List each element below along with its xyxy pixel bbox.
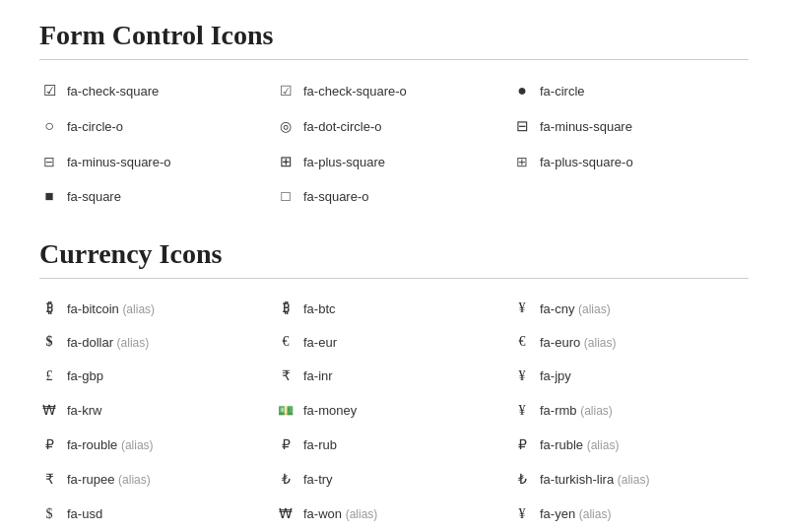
- icon-item-fa-krw: fa-krw: [39, 398, 276, 423]
- icon-item-fa-eur: fa-eur: [276, 330, 512, 354]
- currency-grid: fa-bitcoin (alias) fa-btc fa-cny (alias)…: [39, 297, 749, 526]
- fa-rupee-icon: [39, 471, 59, 488]
- form-control-grid: fa-check-square fa-check-square-o fa-cir…: [39, 78, 749, 209]
- icon-item-fa-usd: fa-usd: [39, 501, 276, 526]
- fa-circle-label: fa-circle: [540, 84, 585, 99]
- icon-item-fa-plus-square: fa-plus-square: [276, 149, 512, 174]
- fa-krw-icon: [39, 402, 59, 419]
- fa-gbp-icon: [39, 368, 59, 384]
- icon-item-fa-dollar: fa-dollar (alias): [39, 330, 276, 354]
- currency-divider: [39, 278, 749, 279]
- fa-inr-icon: [276, 367, 296, 384]
- fa-eur-label: fa-eur: [303, 335, 337, 350]
- fa-ruble-icon: [512, 436, 532, 453]
- fa-usd-label: fa-usd: [67, 506, 102, 521]
- fa-square-label: fa-square: [67, 189, 121, 204]
- fa-circle-o-label: fa-circle-o: [67, 119, 123, 134]
- fa-dot-circle-o-icon: [276, 118, 296, 135]
- page-container: Form Control Icons fa-check-square fa-ch…: [39, 20, 749, 526]
- fa-try-label: fa-try: [303, 472, 333, 487]
- icon-item-fa-won: fa-won (alias): [276, 501, 512, 526]
- fa-bitcoin-label: fa-bitcoin (alias): [67, 301, 155, 316]
- currency-section: Currency Icons fa-bitcoin (alias) fa-btc…: [39, 238, 749, 526]
- currency-title: Currency Icons: [39, 238, 749, 270]
- form-control-divider: [39, 59, 749, 60]
- fa-check-square-o-icon: [276, 83, 296, 100]
- fa-yen-icon: [512, 506, 532, 522]
- fa-square-o-icon: [276, 188, 296, 205]
- fa-check-square-label: fa-check-square: [67, 84, 159, 99]
- icon-item-fa-cny: fa-cny (alias): [512, 297, 749, 320]
- fa-jpy-icon: [512, 368, 532, 384]
- fa-minus-square-icon: [512, 117, 532, 135]
- icon-item-fa-dot-circle-o: fa-dot-circle-o: [276, 113, 512, 139]
- icon-item-fa-turkish-lira: fa-turkish-lira (alias): [512, 467, 749, 492]
- icon-item-fa-check-square-o: fa-check-square-o: [276, 78, 512, 103]
- fa-rouble-icon: [39, 436, 59, 453]
- fa-cny-icon: [512, 300, 532, 316]
- fa-rupee-label: fa-rupee (alias): [67, 472, 151, 487]
- icon-item-fa-jpy: fa-jpy: [512, 364, 749, 388]
- fa-square-icon: [39, 188, 59, 205]
- icon-item-fa-rupee: fa-rupee (alias): [39, 467, 276, 492]
- fa-euro-label: fa-euro (alias): [540, 335, 616, 350]
- fa-minus-square-label: fa-minus-square: [540, 119, 632, 134]
- fa-krw-label: fa-krw: [67, 403, 101, 418]
- fa-plus-square-o-icon: [512, 154, 532, 170]
- fa-jpy-label: fa-jpy: [540, 368, 571, 383]
- icon-placeholder: [512, 184, 749, 209]
- fa-minus-square-o-label: fa-minus-square-o: [67, 155, 171, 169]
- icon-item-fa-inr: fa-inr: [276, 364, 512, 388]
- fa-cny-label: fa-cny (alias): [540, 301, 611, 316]
- fa-gbp-label: fa-gbp: [67, 368, 103, 383]
- fa-btc-label: fa-btc: [303, 301, 336, 316]
- fa-minus-square-o-icon: [39, 154, 59, 170]
- icon-item-fa-circle: fa-circle: [512, 78, 749, 103]
- fa-eur-icon: [276, 334, 296, 350]
- icon-item-fa-rub: fa-rub: [276, 432, 512, 457]
- icon-item-fa-minus-square-o: fa-minus-square-o: [39, 149, 276, 174]
- icon-item-fa-bitcoin: fa-bitcoin (alias): [39, 297, 276, 320]
- fa-btc-icon: [276, 300, 296, 316]
- icon-item-fa-square-o: fa-square-o: [276, 184, 512, 209]
- fa-rub-icon: [276, 436, 296, 453]
- icon-item-fa-minus-square: fa-minus-square: [512, 113, 749, 139]
- fa-dot-circle-o-label: fa-dot-circle-o: [303, 119, 381, 134]
- icon-item-fa-money: fa-money: [276, 398, 512, 423]
- fa-rouble-label: fa-rouble (alias): [67, 437, 154, 452]
- fa-try-icon: [276, 471, 296, 488]
- fa-rmb-label: fa-rmb (alias): [540, 403, 613, 418]
- fa-square-o-label: fa-square-o: [303, 189, 368, 204]
- fa-plus-square-o-label: fa-plus-square-o: [540, 155, 633, 169]
- icon-item-fa-rouble: fa-rouble (alias): [39, 432, 276, 457]
- fa-bitcoin-icon: [39, 300, 59, 316]
- fa-plus-square-icon: [276, 153, 296, 170]
- fa-rmb-icon: [512, 403, 532, 419]
- fa-circle-icon: [512, 82, 532, 100]
- icon-item-fa-ruble: fa-ruble (alias): [512, 432, 749, 457]
- fa-rub-label: fa-rub: [303, 437, 337, 452]
- icon-item-fa-check-square: fa-check-square: [39, 78, 276, 103]
- icon-item-fa-yen: fa-yen (alias): [512, 501, 749, 526]
- fa-won-icon: [276, 505, 296, 522]
- fa-won-label: fa-won (alias): [303, 506, 377, 521]
- fa-circle-o-icon: [39, 117, 59, 135]
- fa-euro-icon: [512, 334, 532, 350]
- icon-item-fa-circle-o: fa-circle-o: [39, 113, 276, 139]
- fa-check-square-icon: [39, 82, 59, 100]
- fa-turkish-lira-label: fa-turkish-lira (alias): [540, 472, 649, 487]
- fa-money-label: fa-money: [303, 403, 357, 418]
- icon-item-fa-try: fa-try: [276, 467, 512, 492]
- fa-money-icon: [276, 403, 296, 419]
- fa-usd-icon: [39, 506, 59, 522]
- icon-item-fa-euro: fa-euro (alias): [512, 330, 749, 354]
- fa-yen-label: fa-yen (alias): [540, 506, 611, 521]
- form-control-title: Form Control Icons: [39, 20, 749, 51]
- fa-inr-label: fa-inr: [303, 368, 333, 383]
- fa-turkish-lira-icon: [512, 471, 532, 488]
- icon-item-fa-btc: fa-btc: [276, 297, 512, 320]
- icon-item-fa-plus-square-o: fa-plus-square-o: [512, 149, 749, 174]
- icon-item-fa-gbp: fa-gbp: [39, 364, 276, 388]
- fa-dollar-icon: [39, 334, 59, 350]
- form-control-section: Form Control Icons fa-check-square fa-ch…: [39, 20, 749, 209]
